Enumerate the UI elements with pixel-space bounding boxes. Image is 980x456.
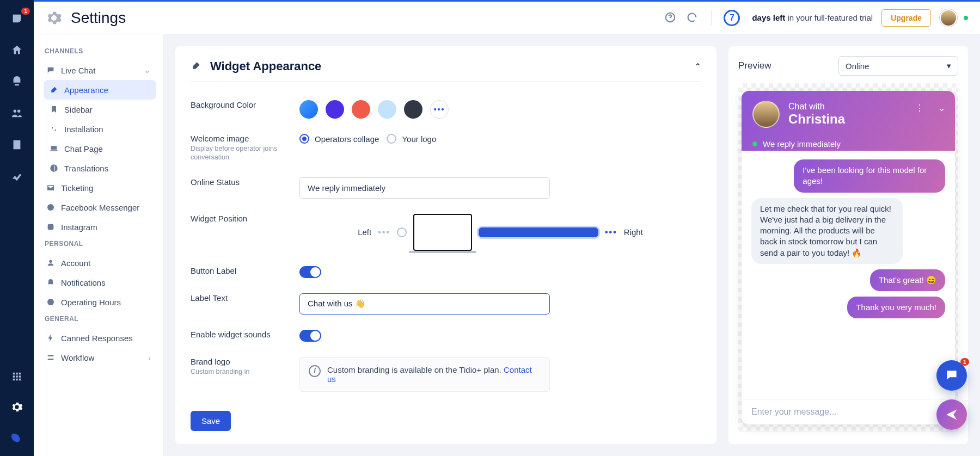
color-swatch-more[interactable]: ••• xyxy=(430,100,449,119)
position-left-radio[interactable] xyxy=(397,227,407,237)
send-fab[interactable] xyxy=(936,399,967,430)
trial-days-badge: 7 xyxy=(724,10,740,26)
sidebar-item-label: Appearance xyxy=(64,85,108,95)
svg-rect-7 xyxy=(48,359,54,360)
section-personal: PERSONAL xyxy=(40,237,156,253)
trial-text: days left in your full-featured trial xyxy=(752,13,873,22)
label-enable-sounds: Enable widget sounds xyxy=(191,330,283,339)
label-widget-position: Widget Position xyxy=(191,214,283,223)
sidebar-item-notifications[interactable]: Notifications xyxy=(40,273,156,292)
upgrade-button[interactable]: Upgrade xyxy=(881,9,931,27)
label-bg-color: Background Color xyxy=(191,100,283,109)
sidebar-item-label: Chat Page xyxy=(64,144,103,153)
save-button[interactable]: Save xyxy=(191,411,231,431)
chevron-down-icon: ⌄ xyxy=(144,65,151,75)
bookmark-icon xyxy=(49,104,59,114)
chat-launcher-fab[interactable]: 1 xyxy=(936,360,967,391)
position-right-radio[interactable] xyxy=(479,227,598,237)
label-text-input[interactable] xyxy=(299,293,550,315)
sidebar-item-live-chat[interactable]: Live Chat ⌄ xyxy=(40,60,156,80)
sidebar-item-sidebar[interactable]: Sidebar xyxy=(44,100,156,119)
color-swatch-5[interactable] xyxy=(404,100,422,119)
inbox-badge: 1 xyxy=(21,8,30,15)
color-swatch-4[interactable] xyxy=(378,100,396,119)
chat-with-label: Chat with xyxy=(788,102,845,112)
position-right-label: Right xyxy=(624,227,643,237)
laptop-icon xyxy=(49,144,59,153)
sidebar-item-account[interactable]: Account xyxy=(40,253,156,273)
sidebar-item-label: Workflow xyxy=(61,353,94,362)
agent-name: Christina xyxy=(788,112,845,127)
svg-point-4 xyxy=(49,260,52,263)
analytics-icon[interactable] xyxy=(9,169,24,184)
color-swatch-3[interactable] xyxy=(352,100,370,119)
color-swatch-2[interactable] xyxy=(326,100,344,119)
kebab-icon[interactable]: ⋮ xyxy=(915,103,924,113)
home-icon[interactable] xyxy=(9,42,24,58)
presence-dot xyxy=(964,16,968,20)
help-icon[interactable] xyxy=(664,11,677,24)
globe-icon xyxy=(49,163,59,173)
enable-sounds-toggle[interactable] xyxy=(299,330,321,342)
sidebar-item-label: Notifications xyxy=(61,278,106,287)
color-swatch-1[interactable] xyxy=(299,100,318,119)
avatar[interactable] xyxy=(940,9,957,27)
sidebar-item-fb[interactable]: Facebook Messenger xyxy=(40,198,156,217)
chat-input-placeholder[interactable]: Enter your message... xyxy=(742,399,955,424)
radio-operators-collage[interactable]: Operators collage xyxy=(299,134,379,144)
sidebar-item-translations[interactable]: Translations xyxy=(44,158,156,178)
apps-grid-icon[interactable] xyxy=(9,369,24,384)
section-channels: CHANNELS xyxy=(40,44,156,60)
msg-in-1: Let me check that for you real quick! We… xyxy=(751,198,903,264)
sync-icon[interactable] xyxy=(686,11,699,24)
brush-icon xyxy=(191,60,203,72)
label-brand-logo: Brand logo Custom branding in xyxy=(191,357,283,376)
svg-point-1 xyxy=(47,204,54,211)
sidebar-item-installation[interactable]: Installation xyxy=(44,119,156,139)
radio-your-logo[interactable]: Your logo xyxy=(387,134,436,144)
chat-icon xyxy=(46,65,56,75)
bot-icon[interactable] xyxy=(9,74,24,89)
brand-note: i Custom branding is available on the Ti… xyxy=(299,357,550,392)
button-label-toggle[interactable] xyxy=(299,266,321,278)
msg-out-3: Thank you very much! xyxy=(847,297,945,318)
link-icon xyxy=(49,124,59,134)
chat-widget-preview: Chat with Christina ⋮ ⌄ We reply immedi xyxy=(742,91,955,424)
sidebar-item-ig[interactable]: Instagram xyxy=(40,217,156,237)
preview-state-select[interactable]: Online ▾ xyxy=(838,56,958,76)
sidebar-item-appearance[interactable]: Appearance xyxy=(44,80,156,100)
gear-icon xyxy=(46,10,62,26)
gear-icon[interactable] xyxy=(9,399,24,415)
chevron-down-icon[interactable]: ⌄ xyxy=(938,103,945,113)
online-status-input[interactable] xyxy=(299,177,550,199)
messenger-icon xyxy=(46,202,56,212)
label-welcome-image: Welcome image Display before operator jo… xyxy=(191,134,283,162)
sidebar-item-label: Operating Hours xyxy=(61,298,121,307)
msg-out-2: That's great! 😄 xyxy=(870,269,945,291)
msg-out-1: I've been looking for this model for age… xyxy=(794,159,945,193)
sidebar-item-label: Facebook Messenger xyxy=(61,203,139,212)
chevron-right-icon: › xyxy=(148,353,151,362)
position-left-label: Left xyxy=(358,227,371,237)
people-icon[interactable] xyxy=(9,106,24,121)
settings-sidebar: CHANNELS Live Chat ⌄ Appearance Sidebar xyxy=(34,34,163,456)
contacts-icon[interactable] xyxy=(9,137,24,152)
brand-logo-icon[interactable] xyxy=(9,430,24,445)
instagram-icon xyxy=(46,222,56,232)
sidebar-item-label: Installation xyxy=(64,125,103,134)
fab-badge: 1 xyxy=(960,358,969,366)
inbox-icon[interactable]: 1 xyxy=(9,11,24,26)
sidebar-item-ticketing[interactable]: Ticketing xyxy=(40,178,156,198)
page-header: Settings 7 days left in your full-featur… xyxy=(34,2,980,34)
page-title: Settings xyxy=(71,9,126,27)
preview-title: Preview xyxy=(738,60,771,71)
sidebar-item-label: Instagram xyxy=(61,223,97,232)
sidebar-item-workflow[interactable]: Workflow › xyxy=(40,348,156,367)
sidebar-item-chat-page[interactable]: Chat Page xyxy=(44,139,156,158)
widget-appearance-form: Widget Appearance ⌃ Background Color ••• xyxy=(175,46,716,444)
sidebar-item-canned[interactable]: Canned Responses xyxy=(40,328,156,348)
svg-rect-6 xyxy=(48,355,54,356)
sidebar-item-hours[interactable]: Operating Hours xyxy=(40,292,156,312)
collapse-icon[interactable]: ⌃ xyxy=(694,61,701,72)
status-banner: We reply immediately xyxy=(752,139,841,149)
